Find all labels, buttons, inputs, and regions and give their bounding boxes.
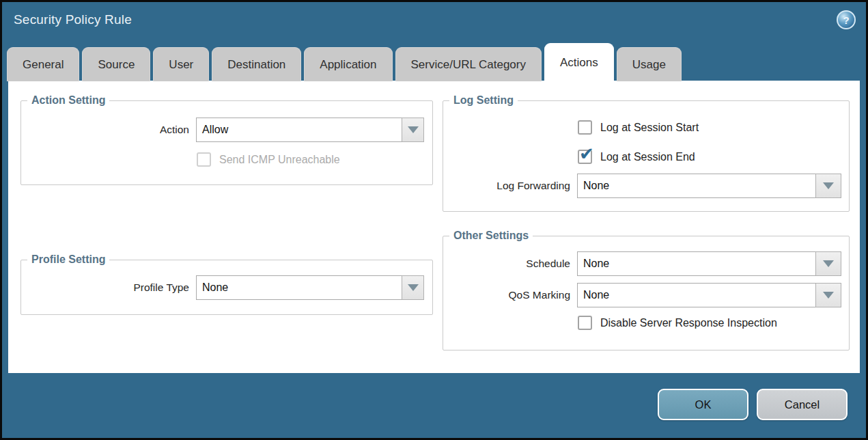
schedule-dropdown-value[interactable]: None: [577, 251, 816, 276]
triangle-glyph: [408, 284, 419, 291]
log-forwarding-dropdown-value[interactable]: None: [577, 174, 816, 198]
disable-sri-row: ✔ Disable Server Response Inspection: [443, 316, 849, 330]
profile-setting-group: Profile Setting Profile Type None: [20, 253, 433, 315]
triangle-glyph: [823, 292, 834, 299]
other-settings-legend: Other Settings: [449, 230, 533, 242]
log-setting-group: Log Setting ✔ Log at Session Start ✔ Log…: [443, 94, 850, 212]
log-session-start-label: Log at Session Start: [600, 122, 699, 134]
chevron-down-icon[interactable]: [815, 174, 841, 198]
chevron-down-icon[interactable]: [402, 275, 424, 300]
cancel-button[interactable]: Cancel: [757, 389, 848, 420]
send-icmp-label: Send ICMP Unreachable: [219, 154, 340, 166]
qos-marking-dropdown[interactable]: None: [577, 283, 841, 307]
disable-sri-checkbox[interactable]: ✔: [578, 316, 592, 330]
triangle-glyph: [823, 260, 834, 267]
log-session-end-checkbox[interactable]: ✔: [578, 150, 592, 164]
dialog-title: Security Policy Rule: [14, 12, 132, 27]
disable-sri-label: Disable Server Response Inspection: [600, 317, 777, 329]
log-setting-legend: Log Setting: [449, 94, 518, 107]
tab-actions[interactable]: Actions: [544, 43, 614, 81]
help-icon[interactable]: ?: [837, 10, 856, 29]
tab-bar: General Source User Destination Applicat…: [7, 43, 682, 81]
chevron-down-icon[interactable]: [815, 283, 841, 307]
log-session-end-row: ✔ Log at Session End: [443, 150, 849, 164]
send-icmp-checkbox[interactable]: ✔: [197, 152, 211, 167]
tab-service-url-category[interactable]: Service/URL Category: [395, 47, 542, 81]
question-mark-glyph: ?: [843, 14, 849, 26]
tab-general[interactable]: General: [7, 47, 79, 81]
log-session-start-row: ✔ Log at Session Start: [443, 120, 849, 135]
profile-type-dropdown-value[interactable]: None: [196, 275, 402, 300]
qos-marking-dropdown-value[interactable]: None: [577, 283, 816, 307]
action-label: Action: [21, 124, 189, 136]
schedule-dropdown[interactable]: None: [577, 251, 841, 276]
tab-usage[interactable]: Usage: [617, 47, 682, 81]
schedule-label: Schedule: [443, 258, 570, 270]
log-forwarding-dropdown[interactable]: None: [577, 174, 841, 198]
qos-marking-label: QoS Marking: [443, 289, 570, 301]
actions-tab-panel: Action Setting Action Allow ✔ Send ICMP …: [8, 81, 860, 373]
tab-destination[interactable]: Destination: [212, 47, 301, 81]
action-setting-group: Action Setting Action Allow ✔ Send ICMP …: [20, 94, 433, 185]
chevron-down-icon[interactable]: [815, 251, 841, 276]
ok-button[interactable]: OK: [658, 389, 748, 420]
tab-source[interactable]: Source: [82, 47, 150, 81]
tab-application[interactable]: Application: [304, 47, 392, 81]
action-setting-legend: Action Setting: [27, 94, 109, 107]
action-dropdown-value[interactable]: Allow: [196, 118, 402, 142]
security-policy-rule-dialog: Security Policy Rule ? General Source Us…: [0, 0, 868, 440]
profile-type-dropdown[interactable]: None: [196, 275, 424, 300]
profile-setting-legend: Profile Setting: [27, 253, 109, 266]
triangle-glyph: [408, 126, 419, 133]
log-session-end-label: Log at Session End: [600, 151, 695, 163]
action-dropdown[interactable]: Allow: [196, 118, 424, 142]
tab-user[interactable]: User: [153, 47, 209, 81]
triangle-glyph: [823, 182, 834, 189]
log-forwarding-label: Log Forwarding: [443, 180, 570, 192]
checkmark-icon: ✔: [579, 145, 594, 163]
chevron-down-icon[interactable]: [402, 118, 424, 142]
send-icmp-row: ✔ Send ICMP Unreachable: [21, 152, 432, 167]
log-session-start-checkbox[interactable]: ✔: [578, 120, 592, 135]
other-settings-group: Other Settings Schedule None QoS Marking…: [443, 230, 850, 350]
profile-type-label: Profile Type: [21, 281, 189, 294]
